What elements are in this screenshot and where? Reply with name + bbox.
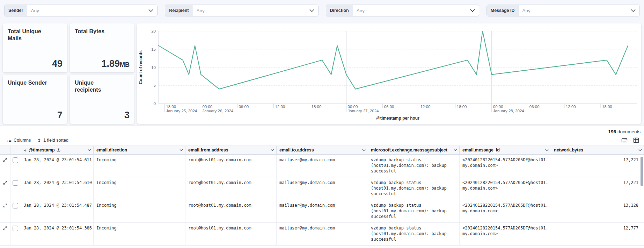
chevron-down-icon xyxy=(470,5,479,16)
cell-email-direction: Incoming xyxy=(94,223,185,245)
cell-email-to-address: mailuser@my.domain.com xyxy=(277,223,368,245)
expand-row-button[interactable] xyxy=(3,226,7,231)
filter-sender-value: Any xyxy=(27,5,148,16)
filter-recipient[interactable]: Recipient Any xyxy=(165,5,318,16)
vertical-scrollbar-thumb[interactable] xyxy=(641,157,643,186)
header-expand-spacer xyxy=(0,146,10,154)
filter-sender[interactable]: Sender Any xyxy=(4,5,158,16)
svg-text:Count of records: Count of records xyxy=(138,50,143,84)
column-header-email-to-address[interactable]: email.to.address xyxy=(277,146,368,154)
cell-timestamp: Jan 28, 2024 @ 23:01:54.611 xyxy=(20,155,94,177)
svg-text:@timestamp per hour: @timestamp per hour xyxy=(376,116,419,121)
cell-email-from-address: root@host01.my.domain.com xyxy=(185,223,277,245)
cell-email-from-address: root@host01.my.domain.com xyxy=(185,155,277,177)
table-body: Jan 28, 2024 @ 23:01:54.611Incomingroot@… xyxy=(0,155,644,246)
svg-text:January 28, 2024: January 28, 2024 xyxy=(493,109,524,113)
documents-count-label: documents xyxy=(617,129,641,134)
row-checkbox[interactable] xyxy=(13,180,18,186)
cell-email-message-id: <20240128220154.577AD205DF@host01.my.dom… xyxy=(460,223,551,245)
cell-message-subject: vzdump backup status (host01.my.domain.c… xyxy=(368,177,460,200)
svg-text:0: 0 xyxy=(154,101,156,106)
chevron-down-icon[interactable] xyxy=(545,149,549,151)
row-checkbox[interactable] xyxy=(13,157,18,163)
cell-message-subject: vzdump backup status (host01.my.domain.c… xyxy=(368,223,460,245)
table-row: Jan 28, 2024 @ 23:01:54.610Incomingroot@… xyxy=(0,177,644,200)
column-header-timestamp[interactable]: @timestamp xyxy=(20,146,94,154)
header-checkbox-spacer xyxy=(10,146,20,154)
row-expand-cell xyxy=(0,155,10,177)
grid-toolbar: Columns 1 field sorted xyxy=(0,135,644,146)
cell-email-message-id: <20240128220154.577AD205DF@host01.my.dom… xyxy=(460,200,551,222)
svg-text:5: 5 xyxy=(154,83,156,87)
display-options-button[interactable] xyxy=(633,137,639,143)
expand-row-icon xyxy=(3,203,7,208)
table-row: Jan 28, 2024 @ 23:01:54.386Incomingroot@… xyxy=(0,223,644,246)
svg-text:20: 20 xyxy=(151,29,156,33)
row-select-cell xyxy=(10,155,20,177)
row-checkbox[interactable] xyxy=(13,226,18,231)
row-expand-cell xyxy=(0,223,10,245)
expand-row-button[interactable] xyxy=(3,180,7,185)
sort-desc-icon xyxy=(23,148,27,152)
row-checkbox[interactable] xyxy=(13,203,18,208)
metric-title: Unique Sender xyxy=(8,79,51,86)
documents-table-panel: 196 documents Columns 1 field sorted @ti… xyxy=(0,126,644,248)
metric-total-bytes: Total Bytes 1.89MB xyxy=(70,23,134,72)
svg-text:10: 10 xyxy=(151,65,156,70)
documents-count: 196 xyxy=(608,129,616,134)
svg-text:January 27, 2024: January 27, 2024 xyxy=(348,109,379,113)
svg-text:00:00: 00:00 xyxy=(202,105,212,109)
sort-both-icon xyxy=(37,138,42,143)
chevron-down-icon[interactable] xyxy=(271,149,274,151)
table-row: Jan 28, 2024 @ 23:01:54.611Incomingroot@… xyxy=(0,155,644,177)
filter-recipient-label: Recipient xyxy=(165,5,193,16)
cell-network-bytes: 17,221 xyxy=(551,177,644,200)
filter-message-id[interactable]: Message ID Any xyxy=(486,5,640,16)
metric-value: 49 xyxy=(52,58,63,69)
filter-sender-label: Sender xyxy=(5,5,27,16)
expand-row-icon xyxy=(3,180,7,185)
row-select-cell xyxy=(10,177,20,200)
chevron-down-icon[interactable] xyxy=(88,149,91,151)
cell-timestamp: Jan 28, 2024 @ 23:01:54.386 xyxy=(20,223,94,245)
chevron-down-icon xyxy=(309,5,318,16)
chevron-down-icon[interactable] xyxy=(180,149,183,151)
sorted-fields-button[interactable]: 1 field sorted xyxy=(37,138,68,143)
records-line-chart: 0510152018:00January 25, 202400:00Januar… xyxy=(137,23,641,124)
svg-text:06:00: 06:00 xyxy=(529,105,540,109)
column-header-email-message-id[interactable]: email.message_id xyxy=(460,146,551,154)
column-header-email-from-address[interactable]: email.from.address xyxy=(185,146,277,154)
svg-text:January 26, 2024: January 26, 2024 xyxy=(202,109,233,113)
expand-row-button[interactable] xyxy=(3,158,7,162)
cell-email-direction: Incoming xyxy=(94,200,185,222)
svg-text:18:00: 18:00 xyxy=(457,105,467,109)
keyboard-shortcuts-button[interactable] xyxy=(621,137,628,143)
expand-row-icon xyxy=(3,158,7,162)
metric-value: 3 xyxy=(124,110,130,121)
chevron-down-icon xyxy=(631,5,639,16)
filter-bar: Sender Any Recipient Any Direction Any M… xyxy=(0,0,644,16)
expand-row-button[interactable] xyxy=(3,203,7,208)
table-row: Jan 28, 2024 @ 23:01:54.487Incomingroot@… xyxy=(0,200,644,223)
cell-email-from-address: root@host01.my.domain.com xyxy=(185,177,277,200)
filter-direction[interactable]: Direction Any xyxy=(326,5,479,16)
documents-count-row: 196 documents xyxy=(0,126,644,135)
metric-unique-sender: Unique Sender 7 xyxy=(3,75,67,124)
row-expand-cell xyxy=(0,177,10,200)
cell-email-to-address: mailuser@my.domain.com xyxy=(277,155,368,177)
column-header-email-direction[interactable]: email.direction xyxy=(94,146,185,154)
columns-button[interactable]: Columns xyxy=(7,138,31,143)
column-header-message-subject[interactable]: microsoft.exchange.messagesubject xyxy=(368,146,460,154)
chevron-down-icon[interactable] xyxy=(362,149,366,151)
filter-recipient-value: Any xyxy=(193,5,309,16)
cell-network-bytes: 13,128 xyxy=(551,200,644,222)
column-header-network-bytes[interactable]: network.bytes xyxy=(551,146,644,154)
filter-message-id-value: Any xyxy=(519,5,631,16)
cell-timestamp: Jan 28, 2024 @ 23:01:54.487 xyxy=(20,200,94,222)
chevron-down-icon[interactable] xyxy=(454,149,457,151)
chevron-down-icon[interactable] xyxy=(638,149,642,151)
grid-icon xyxy=(633,137,639,143)
svg-text:06:00: 06:00 xyxy=(239,105,249,109)
cell-message-subject: vzdump backup status (host01.my.domain.c… xyxy=(368,155,460,177)
svg-text:06:00: 06:00 xyxy=(384,105,394,109)
